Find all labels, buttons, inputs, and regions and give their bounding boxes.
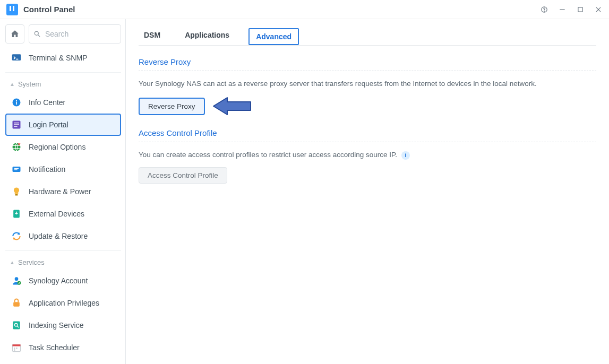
app-icon (6, 4, 18, 15)
bulb-icon (11, 186, 22, 197)
svg-rect-14 (14, 123, 19, 124)
sidebar-item-update-restore[interactable]: Update & Restore (5, 225, 121, 247)
sidebar-item-label: Synology Account (29, 276, 88, 285)
window-title: Control Panel (23, 5, 75, 14)
notification-icon (11, 163, 22, 175)
svg-rect-27 (13, 322, 20, 330)
reverse-proxy-description: Your Synology NAS can act as a reverse p… (139, 79, 596, 89)
sidebar-item-hardware-power[interactable]: Hardware & Power (5, 180, 121, 203)
sidebar-item-label: Hardware & Power (29, 187, 91, 196)
access-control-description: You can create access control profiles t… (139, 150, 596, 160)
info-icon (11, 97, 22, 108)
svg-point-6 (35, 31, 38, 35)
chevron-up-icon: ▲ (10, 259, 15, 265)
sidebar-group-services[interactable]: ▲ Services (5, 250, 121, 270)
annotation-arrow-left-icon (212, 96, 254, 117)
svg-point-1 (544, 11, 545, 11)
minimize-button[interactable] (558, 5, 567, 14)
control-panel-window: Control Panel (0, 0, 609, 364)
sidebar-item-label: Login Portal (29, 120, 68, 129)
calendar-icon (11, 342, 22, 353)
sidebar-item-label: External Devices (29, 210, 84, 218)
svg-point-12 (16, 100, 17, 101)
svg-rect-19 (13, 167, 21, 172)
access-control-profile-button[interactable]: Access Control Profile (139, 167, 227, 184)
svg-rect-34 (14, 349, 15, 351)
svg-rect-3 (578, 7, 582, 11)
svg-marker-35 (213, 98, 251, 115)
tab-applications[interactable]: Applications (179, 27, 235, 45)
update-restore-icon (11, 230, 22, 242)
sidebar-item-label: Update & Restore (29, 232, 88, 240)
section-title-reverse-proxy: Reverse Proxy (139, 57, 596, 66)
svg-rect-32 (14, 348, 15, 349)
sidebar-item-login-portal[interactable]: Login Portal (5, 114, 121, 136)
svg-line-7 (38, 35, 40, 37)
section-reverse-proxy: Reverse Proxy Your Synology NAS can act … (139, 57, 596, 117)
tab-dsm[interactable]: DSM (139, 27, 166, 45)
info-icon[interactable]: i (401, 151, 410, 160)
sidebar-group-system[interactable]: ▲ System (5, 72, 121, 91)
sidebar-item-indexing-service[interactable]: Indexing Service (5, 314, 121, 336)
sidebar-item-synology-account[interactable]: Synology Account (5, 270, 121, 292)
svg-rect-11 (16, 101, 17, 105)
sidebar-item-info-center[interactable]: Info Center (5, 91, 121, 114)
sidebar-item-external-devices[interactable]: External Devices (5, 203, 121, 225)
terminal-icon (11, 52, 22, 64)
close-button[interactable] (594, 5, 603, 14)
tab-advanced[interactable]: Advanced (248, 28, 299, 45)
sidebar-item-task-scheduler[interactable]: Task Scheduler (5, 336, 121, 359)
account-icon (11, 275, 22, 287)
tabs: DSM Applications Advanced (139, 27, 596, 46)
section-access-control: Access Control Profile You can create ac… (139, 128, 596, 183)
home-button[interactable] (5, 24, 24, 44)
sidebar-item-label: Indexing Service (29, 321, 84, 330)
svg-rect-16 (14, 126, 18, 127)
titlebar: Control Panel (0, 0, 609, 19)
lock-icon (11, 297, 22, 309)
sidebar[interactable]: Terminal & SNMP ▲ System Info Center (0, 19, 126, 364)
search-box[interactable] (29, 24, 121, 44)
svg-rect-20 (15, 194, 18, 196)
search-icon (33, 30, 41, 38)
maximize-button[interactable] (576, 5, 585, 14)
help-button[interactable] (540, 5, 548, 14)
external-devices-icon (11, 208, 22, 220)
sidebar-item-label: Notification (29, 165, 65, 174)
sidebar-item-label: Task Scheduler (29, 343, 80, 352)
svg-rect-26 (13, 302, 20, 306)
reverse-proxy-button[interactable]: Reverse Proxy (139, 98, 205, 115)
home-icon (10, 29, 20, 39)
sidebar-item-terminal-snmp[interactable]: Terminal & SNMP (5, 47, 121, 69)
window-controls (540, 5, 603, 14)
search-input[interactable] (44, 29, 116, 39)
svg-rect-31 (13, 344, 21, 346)
sidebar-item-application-privileges[interactable]: Application Privileges (5, 292, 121, 314)
indexing-icon (11, 319, 22, 331)
section-title-access-control: Access Control Profile (139, 128, 596, 137)
svg-rect-15 (14, 124, 19, 125)
sidebar-item-label: Info Center (29, 98, 65, 107)
svg-rect-33 (16, 348, 18, 349)
sidebar-item-label: Regional Options (29, 143, 85, 151)
main-panel: DSM Applications Advanced Reverse Proxy … (126, 19, 609, 364)
login-portal-icon (11, 119, 22, 131)
svg-point-24 (15, 277, 19, 281)
sidebar-item-regional-options[interactable]: Regional Options (5, 136, 121, 158)
sidebar-item-notification[interactable]: Notification (5, 158, 121, 180)
chevron-up-icon: ▲ (10, 81, 15, 87)
globe-icon (11, 141, 22, 153)
sidebar-item-label: Terminal & SNMP (29, 54, 87, 62)
sidebar-item-label: Application Privileges (29, 299, 99, 307)
